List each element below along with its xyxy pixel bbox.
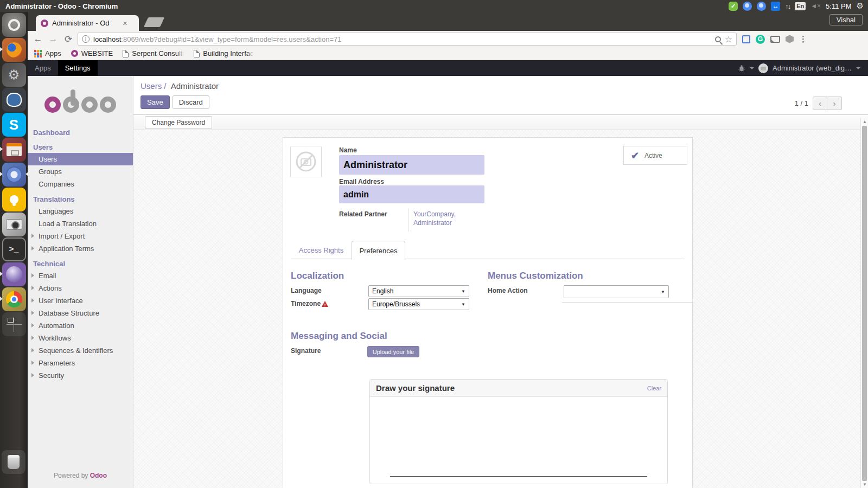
workspace-switcher-icon[interactable] xyxy=(2,312,26,336)
camera-app-icon[interactable] xyxy=(2,213,26,236)
sidebar-item-user-interface[interactable]: User Interface xyxy=(28,294,133,307)
skype-status-icon[interactable]: ✓ xyxy=(729,2,738,11)
system-settings-icon[interactable]: ⚙ xyxy=(2,63,26,87)
scroll-down-icon[interactable]: ▼ xyxy=(863,482,867,487)
reload-button[interactable]: ⟳ xyxy=(62,34,74,45)
expand-arrow-icon xyxy=(31,298,34,303)
chrome-icon[interactable] xyxy=(2,287,26,311)
bookmark-serpent-consulting[interactable]: Serpent Consulti xyxy=(123,49,184,57)
bookmark-website[interactable]: WEBSITE xyxy=(71,49,113,57)
bookmark-apps[interactable]: Apps xyxy=(34,49,61,57)
teamviewer-icon[interactable]: ↔ xyxy=(771,2,780,11)
new-tab-button[interactable] xyxy=(144,17,164,27)
back-button[interactable]: ← xyxy=(32,34,44,44)
page-scrollbar[interactable]: ▲ ▼ xyxy=(860,118,868,488)
url-text[interactable]: localhost:8069/web?debug#id=1&view_type=… xyxy=(93,35,711,43)
sidebar-item-groups[interactable]: Groups xyxy=(28,165,133,178)
apps-grid-icon xyxy=(34,50,42,57)
home-action-select[interactable]: ▼ xyxy=(564,285,669,298)
name-label: Name xyxy=(339,146,357,154)
powered-by-brand[interactable]: Odoo xyxy=(90,472,107,479)
sidebar-item-import-export[interactable]: Import / Export xyxy=(28,230,133,242)
language-select[interactable]: English ▼ xyxy=(368,285,469,297)
page-info-icon[interactable]: i xyxy=(82,35,90,43)
eclipse-sphere-icon xyxy=(6,266,22,282)
tab-close-icon[interactable]: × xyxy=(123,19,127,27)
sidebar-item-dashboard[interactable]: Dashboard xyxy=(28,127,133,138)
sidebar-item-workflows[interactable]: Workflows xyxy=(28,332,133,344)
change-password-button[interactable]: Change Password xyxy=(145,116,212,129)
sidebar-item-users[interactable]: Users xyxy=(28,153,133,165)
scrollbar-thumb[interactable] xyxy=(862,126,867,481)
email-input[interactable]: admin xyxy=(339,185,484,203)
cube-extension-icon[interactable] xyxy=(786,35,794,43)
ubuntu-dash-icon[interactable] xyxy=(2,13,26,37)
browser-profile-badge[interactable]: Vishal xyxy=(829,14,863,25)
expand-arrow-icon xyxy=(31,246,34,251)
url-bar[interactable]: i localhost:8069/web?debug#id=1&view_typ… xyxy=(78,33,737,46)
chromium-launcher-icon[interactable] xyxy=(2,163,26,187)
cast-extension-icon[interactable] xyxy=(770,36,780,43)
tab-access-rights[interactable]: Access Rights xyxy=(291,241,352,259)
bookmark-building-interface[interactable]: Building Interfac xyxy=(194,49,253,57)
skype-icon[interactable]: S xyxy=(2,113,26,137)
browser-tab[interactable]: Administrator - Od × xyxy=(36,15,139,31)
chromium-icon[interactable] xyxy=(757,2,766,11)
timezone-select[interactable]: Europe/Brussels ▼ xyxy=(368,298,469,310)
checkmark-icon[interactable]: ✔ xyxy=(631,151,639,160)
chromium-icon[interactable] xyxy=(743,2,752,11)
nav-item-apps[interactable]: Apps xyxy=(28,60,58,76)
discard-button[interactable]: Discard xyxy=(173,95,209,109)
google-keep-icon[interactable] xyxy=(2,188,26,211)
sidebar-item-email[interactable]: Email xyxy=(28,269,133,282)
screenshot-extension-icon[interactable] xyxy=(742,35,750,43)
nav-item-settings[interactable]: Settings xyxy=(58,60,98,76)
upload-file-button[interactable]: Upload your file xyxy=(367,346,419,357)
user-menu[interactable]: Administrator (web_dig… xyxy=(773,64,852,72)
sidebar-item-companies[interactable]: Companies xyxy=(28,178,133,190)
name-input[interactable]: Administrator xyxy=(339,155,484,175)
file-archive-icon[interactable] xyxy=(2,138,26,162)
sidebar-item-application-terms[interactable]: Application Terms xyxy=(28,242,133,255)
sidebar-item-automation[interactable]: Automation xyxy=(28,319,133,332)
breadcrumb-users-link[interactable]: Users / xyxy=(141,81,167,91)
sidebar-item-sequences-identifiers[interactable]: Sequences & Identifiers xyxy=(28,344,133,357)
firefox-icon[interactable] xyxy=(2,38,26,62)
grammarly-extension-icon[interactable]: G xyxy=(756,35,765,44)
sidebar-item-parameters[interactable]: Parameters xyxy=(28,357,133,369)
powered-by-text: Powered by xyxy=(54,472,88,479)
signature-canvas[interactable] xyxy=(370,397,667,484)
volume-muted-icon[interactable]: ◄× xyxy=(810,2,821,10)
pager-next-button[interactable]: › xyxy=(827,97,842,110)
running-indicator xyxy=(0,297,3,301)
scroll-up-icon[interactable]: ▲ xyxy=(863,119,867,124)
trash-icon[interactable] xyxy=(2,450,25,474)
pager-prev-button[interactable]: ‹ xyxy=(813,97,827,110)
sidebar-item-security[interactable]: Security xyxy=(28,369,133,382)
browser-menu-icon[interactable]: ⋮ xyxy=(799,34,807,44)
chevron-down-icon: ▼ xyxy=(661,290,665,294)
keyboard-layout-indicator[interactable]: En xyxy=(795,2,806,10)
active-field[interactable]: ✔ Active xyxy=(623,146,687,165)
clock[interactable]: 5:11 PM xyxy=(826,2,851,10)
postgresql-elephant-icon xyxy=(7,93,22,107)
bookmark-star-icon[interactable]: ☆ xyxy=(725,34,732,44)
debug-bug-icon[interactable] xyxy=(738,65,745,72)
user-image-field[interactable] xyxy=(290,146,322,177)
sidebar-item-load-a-translation[interactable]: Load a Translation xyxy=(28,217,133,230)
save-button[interactable]: Save xyxy=(141,95,170,109)
sidebar-item-actions[interactable]: Actions xyxy=(28,282,133,294)
sidebar-item-languages[interactable]: Languages xyxy=(28,205,133,217)
related-partner-link[interactable]: YourCompany, Administrator xyxy=(413,210,456,227)
odoo-logo-o3 xyxy=(100,97,116,113)
network-arrows-icon[interactable]: ↑↓ xyxy=(785,2,790,10)
eclipse-icon[interactable] xyxy=(2,262,26,286)
postgresql-icon[interactable] xyxy=(2,88,26,112)
zoom-search-icon[interactable] xyxy=(715,36,721,42)
terminal-icon[interactable]: >_ xyxy=(2,237,26,261)
sidebar-item-database-structure[interactable]: Database Structure xyxy=(28,307,133,319)
forward-button[interactable]: → xyxy=(47,34,59,44)
tab-preferences[interactable]: Preferences xyxy=(352,241,405,260)
session-gear-icon[interactable]: ⚙ xyxy=(857,1,864,11)
clear-signature-link[interactable]: Clear xyxy=(647,385,661,391)
